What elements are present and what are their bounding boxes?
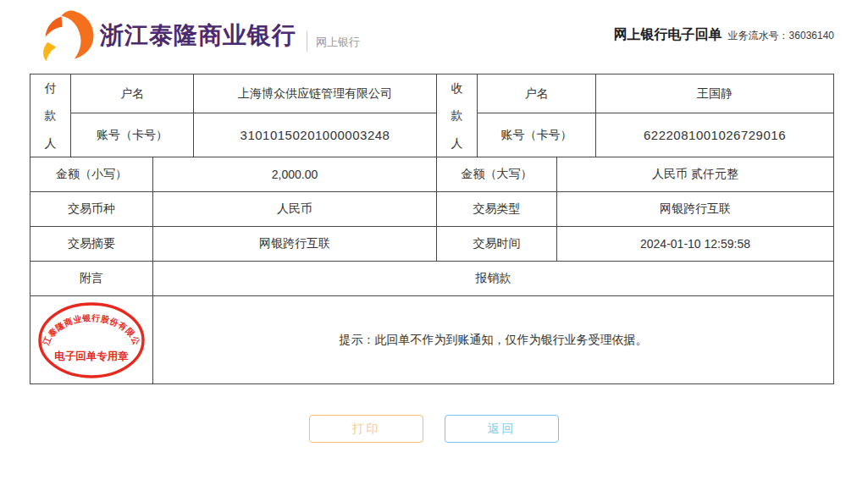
txn-type-value: 网银跨行互联	[557, 192, 833, 227]
print-button[interactable]: 打印	[309, 415, 423, 443]
party-section: 付款人 户名 上海博众供应链管理有限公司 收款人 户名 王国静 账号（卡号） 3…	[30, 74, 833, 157]
currency-label: 交易币种	[30, 192, 153, 227]
doc-header: 网上银行电子回单 业务流水号：36036140	[614, 26, 834, 44]
payee-group-label: 收款人	[451, 74, 463, 157]
doc-title: 网上银行电子回单	[614, 26, 722, 44]
stamp-center-text: 电子回单专用章	[54, 350, 129, 362]
amount-digits-label: 金额（小写）	[30, 157, 153, 192]
bank-logo-fish-icon	[30, 9, 98, 62]
payer-account-value: 31010150201000003248	[194, 113, 437, 157]
payer-group-label: 付款人	[44, 74, 57, 157]
txn-time-value: 2024-01-10 12:59:58	[557, 227, 833, 262]
txn-time-label: 交易时间	[437, 227, 557, 262]
details-section: 金额（小写） 2,000.00 金额（大写） 人民币 贰仟元整 交易币种 人民币…	[30, 157, 833, 262]
currency-value: 人民币	[153, 192, 437, 227]
amount-digits-value: 2,000.00	[153, 157, 437, 192]
payer-name-value: 上海博众供应链管理有限公司	[194, 74, 437, 113]
brand-divider	[307, 31, 307, 52]
payee-account-label: 账号（卡号）	[478, 113, 596, 157]
stamp-cell: 浙江泰隆商业银行股份有限公司 电子回单专用章	[30, 296, 153, 383]
serial-label: 业务流水号：	[728, 30, 789, 41]
receipt-table: 付款人 户名 上海博众供应链管理有限公司 收款人 户名 王国静 账号（卡号） 3…	[30, 74, 834, 384]
payer-name-label: 户名	[71, 74, 194, 113]
txn-type-label: 交易类型	[437, 192, 557, 227]
amount-words-value: 人民币 贰仟元整	[557, 157, 833, 192]
payee-account-value: 6222081001026729016	[596, 113, 833, 157]
summary-value: 网银跨行互联	[153, 227, 437, 262]
notice-text: 提示：此回单不作为到账通知，仅作为银行业务受理依据。	[153, 296, 833, 383]
back-button[interactable]: 返回	[445, 415, 559, 443]
channel-label: 网上银行	[316, 35, 360, 50]
remark-section: 附言 报销款	[30, 262, 833, 296]
svg-text:浙江泰隆商业银行股份有限公司: 浙江泰隆商业银行股份有限公司	[36, 301, 142, 347]
payer-group-cell: 付款人	[30, 74, 71, 157]
stamp-section: 浙江泰隆商业银行股份有限公司 电子回单专用章 提示：此回单不作为到账通知，仅作为…	[30, 296, 833, 383]
brand-header: 浙江泰隆商业银行 网上银行	[30, 7, 360, 64]
bank-name: 浙江泰隆商业银行	[100, 19, 296, 52]
payee-group-cell: 收款人	[437, 74, 478, 157]
serial-number: 业务流水号：36036140	[728, 29, 834, 43]
payer-account-label: 账号（卡号）	[71, 113, 194, 157]
remark-label: 附言	[30, 262, 153, 296]
stamp-arc-text: 浙江泰隆商业银行股份有限公司	[36, 301, 142, 347]
remark-value: 报销款	[153, 262, 833, 296]
payee-name-value: 王国静	[596, 74, 833, 113]
action-bar: 打印 返回	[0, 415, 868, 443]
summary-label: 交易摘要	[30, 227, 153, 262]
serial-value: 36036140	[789, 30, 834, 41]
electronic-receipt-stamp: 浙江泰隆商业银行股份有限公司 电子回单专用章	[36, 301, 147, 380]
payee-name-label: 户名	[478, 74, 596, 113]
amount-words-label: 金额（大写）	[437, 157, 557, 192]
